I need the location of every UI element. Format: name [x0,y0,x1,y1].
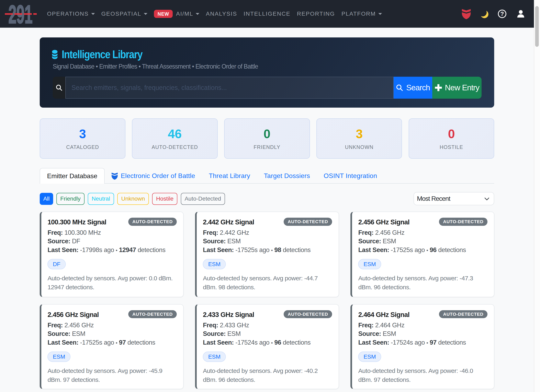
svg-text:?: ? [500,10,504,17]
svg-text:291: 291 [8,4,33,27]
